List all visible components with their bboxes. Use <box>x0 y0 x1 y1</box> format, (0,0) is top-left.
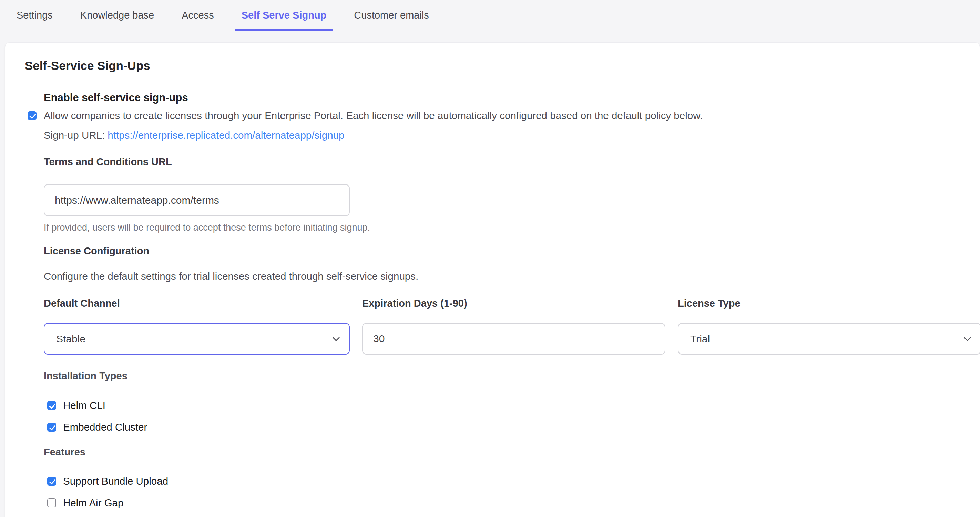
features-heading: Features <box>44 445 980 459</box>
embedded-cluster-label: Embedded Cluster <box>63 420 147 435</box>
enable-signups-row: Allow companies to create licenses throu… <box>44 108 980 123</box>
helm-air-gap-label: Helm Air Gap <box>63 496 123 510</box>
installation-option-helm-cli: Helm CLI <box>47 398 980 413</box>
embedded-cluster-checkbox[interactable] <box>47 423 56 431</box>
feature-option-support-bundle-upload: Support Bundle Upload <box>47 474 980 488</box>
tab-customer-emails[interactable]: Customer emails <box>347 0 436 31</box>
default-channel-field: Default Channel Stable <box>44 296 350 355</box>
terms-url-helper: If provided, users will be required to a… <box>44 221 980 234</box>
expiration-days-input[interactable] <box>362 323 665 355</box>
tab-settings[interactable]: Settings <box>10 0 60 31</box>
default-channel-label: Default Channel <box>44 296 350 311</box>
terms-url-input[interactable] <box>44 184 350 216</box>
page-title: Self-Service Sign-Ups <box>25 57 980 74</box>
license-configuration-description: Configure the default settings for trial… <box>44 269 980 284</box>
license-type-field: License Type Trial <box>678 296 980 355</box>
license-fields-grid: Default Channel Stable Expiration Days (… <box>44 296 980 355</box>
default-channel-select[interactable]: Stable <box>45 324 349 354</box>
feature-option-helm-air-gap: Helm Air Gap <box>47 496 980 510</box>
installation-option-embedded-cluster: Embedded Cluster <box>47 420 980 435</box>
enable-signups-description: Allow companies to create licenses throu… <box>44 110 703 121</box>
terms-url-label: Terms and Conditions URL <box>44 155 980 169</box>
settings-card: Self-Service Sign-Ups Enable self-servic… <box>5 42 980 517</box>
license-configuration-heading: License Configuration <box>44 244 980 258</box>
tab-knowledge-base[interactable]: Knowledge base <box>73 0 161 31</box>
tab-self-serve-signup[interactable]: Self Serve Signup <box>235 0 334 31</box>
signup-url-label: Sign-up URL: <box>44 129 105 141</box>
installation-types-heading: Installation Types <box>44 369 980 383</box>
enable-signups-checkbox[interactable] <box>27 111 37 120</box>
support-bundle-upload-checkbox[interactable] <box>47 477 56 486</box>
helm-cli-label: Helm CLI <box>63 398 105 413</box>
helm-cli-checkbox[interactable] <box>47 401 56 410</box>
support-bundle-upload-label: Support Bundle Upload <box>63 474 168 488</box>
signup-url-row: Sign-up URL: https://enterprise.replicat… <box>44 128 980 143</box>
helm-air-gap-checkbox[interactable] <box>47 498 56 507</box>
default-channel-select-wrap: Stable <box>44 323 350 355</box>
license-type-select[interactable]: Trial <box>678 324 980 354</box>
signup-url-link[interactable]: https://enterprise.replicated.com/altern… <box>108 129 344 141</box>
tab-access[interactable]: Access <box>175 0 221 31</box>
expiration-days-label: Expiration Days (1-90) <box>362 296 665 311</box>
enable-signups-heading: Enable self-service sign-ups <box>44 90 980 105</box>
expiration-days-field: Expiration Days (1-90) <box>362 296 665 355</box>
license-type-select-wrap: Trial <box>678 323 980 355</box>
license-type-label: License Type <box>678 296 980 311</box>
tab-bar: Settings Knowledge base Access Self Serv… <box>0 0 980 31</box>
